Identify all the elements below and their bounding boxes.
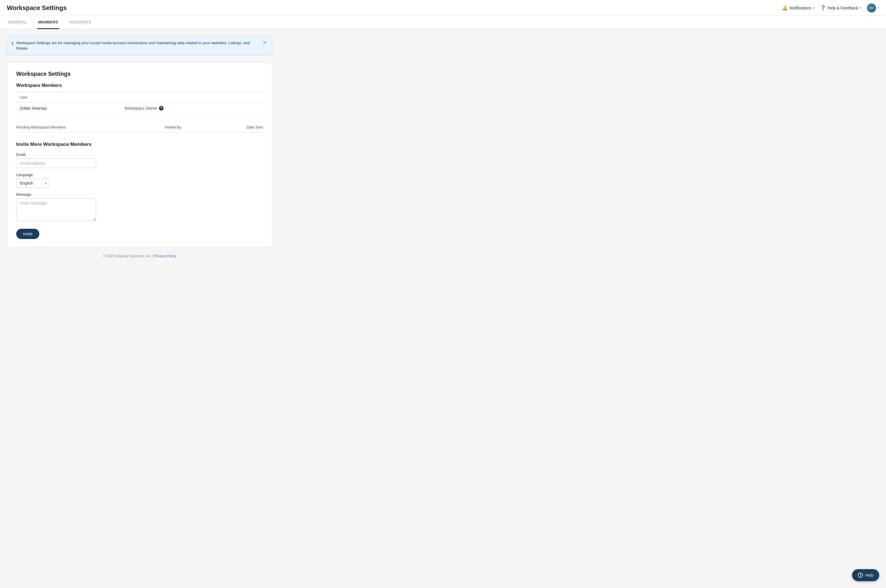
info-banner: ℹ Workspace Settings are for managing yo…	[7, 36, 272, 56]
member-name: Zoltán Hearsay	[16, 102, 121, 114]
invite-section-title: Invite More Workspace Members	[16, 142, 263, 147]
info-banner-left: ℹ Workspace Settings are for managing yo…	[12, 40, 262, 51]
language-label: Language	[16, 172, 263, 177]
help-feedback-button[interactable]: ❓ Help & Feedback ▾	[820, 5, 861, 10]
members-table-user-header: User	[16, 92, 121, 102]
page-title: Workspace Settings	[7, 4, 67, 12]
notifications-button[interactable]: 🔔 Notifications ▾	[782, 5, 814, 10]
email-form-group: Email	[16, 152, 263, 168]
table-row: Zoltán Hearsay Workspace Owner ?	[16, 102, 263, 114]
language-form-group: Language English Spanish French German P…	[16, 172, 263, 188]
tabs-bar: GENERAL MEMBERS ACCOUNTS	[0, 16, 886, 29]
help-circle-icon: ❓	[820, 5, 826, 10]
help-chevron-icon: ▾	[860, 6, 861, 9]
main-content: ℹ Workspace Settings are for managing yo…	[0, 29, 279, 272]
member-role-cell: Workspace Owner ?	[121, 102, 263, 114]
avatar-initials: ZH	[870, 6, 874, 10]
pending-members-table: Pending Workspace Members Invited By Dat…	[16, 122, 263, 132]
notifications-label: Notifications	[789, 6, 811, 10]
pending-col-invited-by: Invited By	[165, 122, 213, 132]
user-chevron-icon: ▾	[878, 6, 879, 9]
pending-col-name: Pending Workspace Members	[16, 122, 165, 132]
close-banner-button[interactable]: ✕	[262, 40, 267, 45]
email-field[interactable]	[16, 158, 96, 168]
header: Workspace Settings 🔔 Notifications ▾ ❓ H…	[0, 0, 886, 16]
invite-button[interactable]: Invite	[16, 229, 39, 239]
help-feedback-label: Help & Feedback	[828, 6, 858, 10]
members-table-role-header	[121, 92, 263, 102]
notifications-chevron-icon: ▾	[813, 6, 814, 9]
tab-accounts[interactable]: ACCOUNTS	[68, 16, 93, 29]
bell-icon: 🔔	[782, 5, 788, 10]
pending-col-date-sent: Date Sent	[214, 122, 263, 132]
message-label: Message	[16, 192, 263, 196]
settings-card: Workspace Settings Workspace Members Use…	[7, 62, 272, 247]
language-select[interactable]: English Spanish French German Portuguese	[16, 178, 49, 188]
footer: © 2025 Hearsay Systems, Inc. | Privacy P…	[7, 247, 272, 265]
members-table: User Zoltán Hearsay Workspace Owner ?	[16, 92, 263, 114]
message-form-group: Message	[16, 192, 263, 222]
info-icon: ℹ	[12, 41, 13, 46]
email-label: Email	[16, 152, 263, 157]
message-textarea[interactable]	[16, 198, 96, 221]
footer-separator: |	[152, 254, 154, 258]
member-role-label: Workspace Owner	[124, 106, 157, 111]
header-actions: 🔔 Notifications ▾ ❓ Help & Feedback ▾ ZH…	[782, 3, 879, 12]
avatar: ZH	[867, 3, 876, 12]
info-banner-text: Workspace Settings are for managing your…	[16, 40, 262, 51]
members-section-title: Workspace Members	[16, 83, 263, 88]
card-title: Workspace Settings	[16, 70, 263, 77]
user-avatar-button[interactable]: ZH ▾	[867, 3, 879, 12]
workspace-owner-info-icon[interactable]: ?	[159, 106, 163, 111]
language-select-wrapper: English Spanish French German Portuguese…	[16, 178, 49, 188]
privacy-policy-link[interactable]: Privacy Policy	[154, 254, 176, 258]
tab-members[interactable]: MEMBERS	[37, 16, 59, 29]
tab-general[interactable]: GENERAL	[7, 16, 28, 29]
footer-copyright: © 2025 Hearsay Systems, Inc.	[103, 254, 151, 258]
